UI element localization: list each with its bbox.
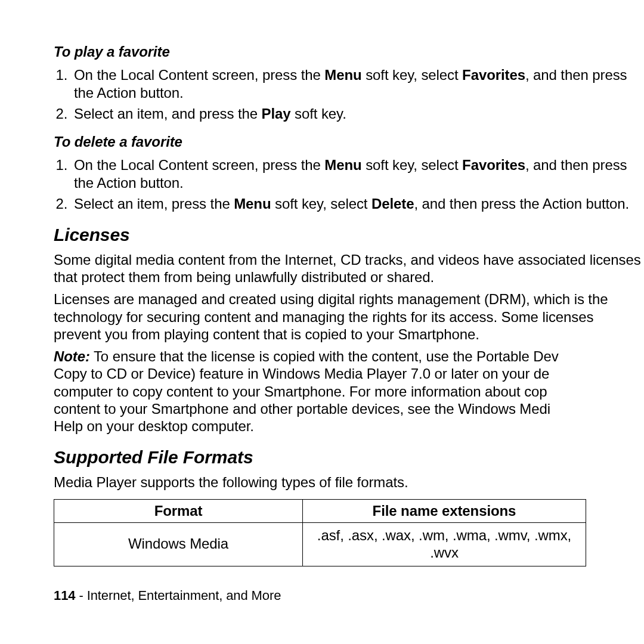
text-bold: Menu <box>324 157 361 173</box>
table-cell: .asf, .asx, .wax, .wm, .wma, .wmv, .wmx,… <box>303 522 586 566</box>
list-item: Select an item, and press the Play soft … <box>72 105 644 122</box>
table-row: Windows Media .asf, .asx, .wax, .wm, .wm… <box>54 522 586 566</box>
subheading-delete-favorite: To delete a favorite <box>54 133 644 150</box>
formats-table: Format File name extensions Windows Medi… <box>54 499 586 566</box>
text-bold: Favorites <box>462 67 525 83</box>
text: Copy to CD or Device) feature in Windows… <box>54 366 549 382</box>
table-header-row: Format File name extensions <box>54 500 586 522</box>
text: soft key, select <box>362 157 463 173</box>
text: soft key, select <box>362 67 463 83</box>
paragraph: Some digital media content from the Inte… <box>54 251 644 286</box>
list-item: On the Local Content screen, press the M… <box>72 156 644 191</box>
table-header: Format <box>54 500 303 522</box>
text: Help on your desktop computer. <box>54 418 254 434</box>
table-header: File name extensions <box>303 500 586 522</box>
text: On the Local Content screen, press the <box>74 67 324 83</box>
subheading-play-favorite: To play a favorite <box>54 43 644 60</box>
text-bold: Menu <box>324 67 361 83</box>
text: To ensure that the license is copied wit… <box>90 348 559 364</box>
text-bold: Play <box>262 106 291 122</box>
note-paragraph: Note: To ensure that the license is copi… <box>54 348 644 435</box>
text: - <box>75 588 86 603</box>
text-bold: Favorites <box>462 157 525 173</box>
text: Select an item, and press the <box>74 106 262 122</box>
heading-licenses: Licenses <box>54 224 644 246</box>
page-number: 114 <box>54 588 75 603</box>
text: On the Local Content screen, press the <box>74 157 324 173</box>
note-label: Note: <box>54 348 90 364</box>
text-bold: Delete <box>371 196 414 212</box>
list-item: Select an item, press the Menu soft key,… <box>72 195 644 212</box>
paragraph: Media Player supports the following type… <box>54 473 644 491</box>
heading-supported-formats: Supported File Formats <box>54 447 644 469</box>
text: soft key. <box>291 106 346 122</box>
delete-favorite-steps: On the Local Content screen, press the M… <box>54 156 644 212</box>
paragraph: Licenses are managed and created using d… <box>54 290 644 343</box>
play-favorite-steps: On the Local Content screen, press the M… <box>54 66 644 122</box>
manual-page: To play a favorite On the Local Content … <box>0 0 644 604</box>
text: soft key, select <box>271 196 371 212</box>
text: content to your Smartphone and other por… <box>54 401 550 417</box>
text-bold: Menu <box>234 196 271 212</box>
text: computer to copy content to your Smartph… <box>54 383 547 400</box>
text: .wvx <box>430 544 459 561</box>
table-cell: Windows Media <box>54 522 303 566</box>
text: Select an item, press the <box>74 196 234 212</box>
text: .asf, .asx, .wax, .wm, .wma, .wmv, .wmx, <box>317 527 571 543</box>
list-item: On the Local Content screen, press the M… <box>72 66 644 101</box>
section-title: Internet, Entertainment, and More <box>87 588 281 603</box>
text: , and then press the Action button. <box>414 196 629 212</box>
page-footer: 114 - Internet, Entertainment, and More <box>54 588 644 604</box>
